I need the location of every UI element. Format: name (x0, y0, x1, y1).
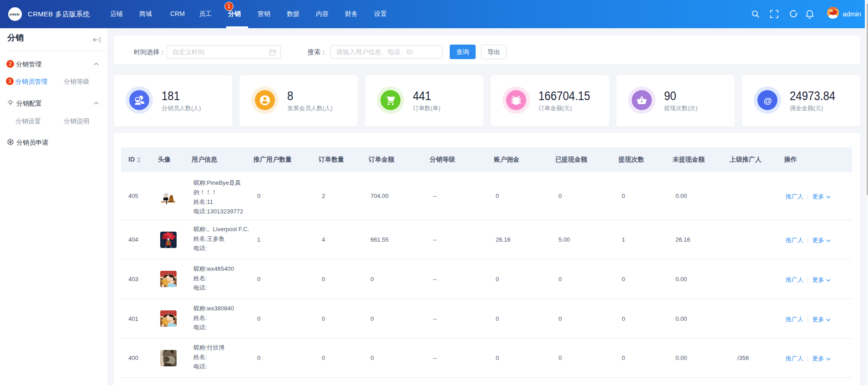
svg-text:b: b (17, 12, 20, 16)
svg-text:@: @ (763, 96, 772, 106)
